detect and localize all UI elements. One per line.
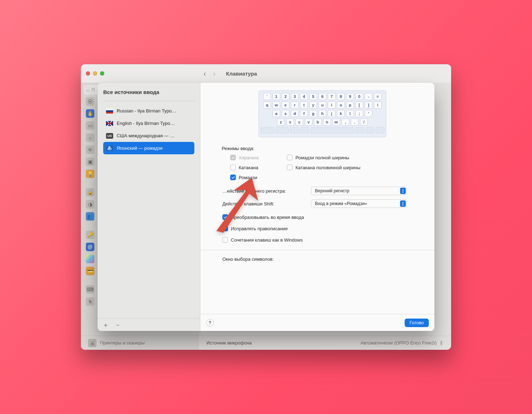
mouse-icon: 🖱 [86, 297, 94, 306]
opt-correct-spelling[interactable]: Исправлять правописание [222, 226, 423, 231]
wallet-icon: 💳 [86, 267, 94, 275]
flag-icon: あ [106, 145, 113, 151]
shift-action-select[interactable]: Вход в режим «Ромадзи» ▲▼ [311, 199, 407, 208]
opt-windows-shortcuts[interactable]: Сочетания клавиш как в Windows [222, 237, 423, 243]
page-title: Клавиатура [226, 71, 257, 77]
minimize-button[interactable] [93, 71, 97, 76]
shift-action-row: Действие клавиши Shift: Вход в режим «Ро… [222, 199, 423, 208]
capslock-action-select[interactable]: Верхний регистр ▲▼ [311, 187, 407, 195]
checkbox[interactable] [222, 226, 228, 231]
printers-label: Принтеры и сканеры [100, 340, 145, 346]
source-label: English - Ilya Birman Typo… [117, 121, 175, 126]
mode-romaji[interactable]: Ромадзи [230, 175, 283, 180]
source-label: Russian - Ilya Birman Typo… [117, 108, 176, 114]
sidebar-item-icon: ▣ [86, 158, 94, 166]
printer-icon: 🖨 [88, 339, 96, 347]
maximize-button[interactable] [100, 71, 104, 76]
checkbox[interactable] [222, 214, 228, 220]
flag-icon: US [106, 133, 113, 139]
add-button[interactable]: ＋ [102, 322, 109, 328]
help-button[interactable]: ? [206, 319, 214, 327]
close-button[interactable] [86, 71, 90, 76]
done-button[interactable]: Готово [405, 319, 429, 327]
sidebar-item-icon: 🔑 [86, 231, 94, 239]
nav-back-icon[interactable]: ‹ [204, 70, 206, 78]
microphone-source-row[interactable]: Источник микрофона Автоматически (OPPO E… [199, 336, 451, 350]
sources-list: Russian - Ilya Birman Typo…English - Ily… [103, 105, 194, 154]
keyboard-icon: ⌨ [86, 285, 94, 294]
source-item[interactable]: USСША международная — … [103, 129, 194, 142]
input-modes-label: Режимы ввода: [222, 146, 423, 151]
checkbox [230, 155, 236, 160]
source-item[interactable]: English - Ilya Birman Typo… [103, 117, 194, 129]
flag-icon [106, 121, 113, 126]
search-icon: ⌕ [87, 87, 89, 93]
titlebar: ‹ › Клавиатура [81, 64, 451, 83]
mode-katakana[interactable]: Катакана [230, 165, 283, 170]
mode-katakana-halfwidth[interactable]: Катакана половинной ширины [287, 165, 390, 170]
source-label: США международная — … [117, 133, 174, 138]
remove-button[interactable]: － [115, 322, 121, 328]
modal-footer: ? Готово [200, 314, 434, 331]
keyboard-preview: `1234567890-=qwertyuiop[]\asdfghjkl;'zxc… [259, 90, 386, 137]
divider [200, 250, 434, 250]
symbols-window-label: Окно выбора символов: [222, 256, 423, 262]
sidebar-item-icon: ▭ [86, 121, 94, 130]
search-placeholder: П [92, 87, 95, 93]
mic-source-label: Источник микрофона [206, 340, 252, 346]
sidebar-item-icon: ❊ [86, 145, 94, 154]
source-item[interactable]: あЯпонский — ромадзи [103, 142, 194, 154]
lock-icon: 🔒 [86, 188, 94, 197]
divider [103, 101, 194, 101]
capslock-action-row: …ействие верхнего регистра: Верхний реги… [222, 187, 423, 195]
sidebar-item-icon: ⦿ [86, 97, 94, 106]
checkbox[interactable] [230, 165, 236, 170]
nav-forward-icon[interactable]: › [213, 70, 216, 78]
chevron-updown-icon[interactable]: ▲▼ [439, 340, 443, 346]
input-sources-modal: Все источники ввода Russian - Ilya Birma… [98, 83, 434, 331]
checkbox[interactable] [287, 165, 293, 170]
flag-icon [106, 109, 113, 114]
checkbox[interactable] [287, 155, 293, 160]
chevron-updown-icon: ▲▼ [400, 200, 406, 207]
modal-sidebar: Все источники ввода Russian - Ilya Birma… [98, 83, 200, 331]
checkbox[interactable] [230, 175, 236, 180]
system-preferences-window: ‹ › Клавиатура ⌕ П ⦿ ✋ ▭ ☼ ❊ ▣ 💡 🔒 ◑ 👥 🔑… [81, 64, 451, 350]
gamecenter-icon [86, 255, 94, 263]
sources-heading: Все источники ввода [103, 89, 194, 95]
sidebar-item-icon: ◑ [86, 200, 94, 209]
mic-source-value: Автоматически (OPPO Enco Free2i) [361, 340, 437, 346]
sidebar-item-icon: ☼ [86, 133, 94, 142]
sources-toolbar: ＋ － [98, 318, 200, 331]
checkbox[interactable] [222, 237, 228, 243]
mode-hiragana: Хирагана [230, 155, 283, 160]
opt-convert-while-typing[interactable]: Преобразовывать во время ввода [222, 214, 423, 220]
at-icon: @ [86, 243, 94, 251]
chevron-updown-icon: ▲▼ [400, 188, 406, 194]
users-icon: 👥 [86, 212, 94, 221]
bulb-icon: 💡 [86, 170, 94, 178]
source-label: Японский — ромадзи [117, 145, 162, 151]
hand-icon: ✋ [86, 109, 94, 118]
window-controls [86, 71, 104, 76]
mode-romaji-fullwidth[interactable]: Ромадзи полной ширины [287, 155, 390, 160]
source-item[interactable]: Russian - Ilya Birman Typo… [103, 105, 194, 117]
